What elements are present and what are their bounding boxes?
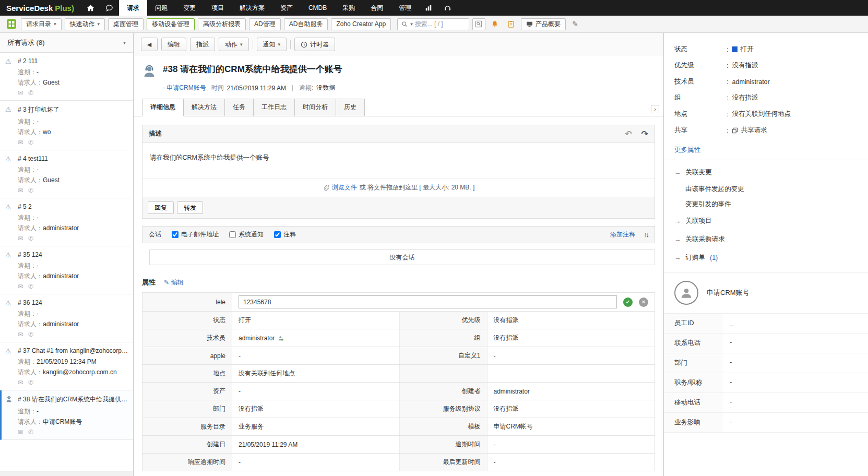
- requester-name[interactable]: 申请CRM账号: [707, 288, 750, 298]
- request-catalog-dropdown[interactable]: 请求目录 ▾: [21, 18, 62, 30]
- mail-icon[interactable]: ✉: [18, 139, 23, 146]
- request-list-item[interactable]: ⚠ # 2 111 逾期：- 请求人：Guest ✉✆: [0, 53, 133, 101]
- tab-details[interactable]: 详细信息: [142, 99, 184, 116]
- email-checkbox-input[interactable]: [172, 231, 179, 238]
- timer-button[interactable]: 计时器: [294, 38, 335, 51]
- app-logo[interactable]: ServiceDesk Plus ): [0, 0, 81, 16]
- tab-scroll-right-icon[interactable]: ›: [651, 105, 659, 113]
- desktop-management-button[interactable]: 桌面管理: [108, 18, 144, 30]
- zoho-creator-button[interactable]: Zoho Creator App: [331, 18, 391, 30]
- request-filter-dropdown[interactable]: 所有请求 (8) ▾: [0, 33, 133, 53]
- notes-checkbox-input[interactable]: [274, 231, 281, 238]
- phone-icon[interactable]: ✆: [28, 139, 33, 146]
- ad-management-button[interactable]: AD管理: [249, 18, 281, 30]
- tab-tasks[interactable]: 任务: [224, 99, 254, 116]
- cancel-close-icon[interactable]: ✕: [639, 298, 648, 307]
- purchase-order-link[interactable]: → 订购单 (1): [674, 248, 858, 267]
- attachment-dropzone[interactable]: 浏览文件 或 将文件拖放到这里 [ 最大大小: 20 MB. ]: [142, 178, 655, 197]
- sort-icon[interactable]: ↑↓: [644, 231, 648, 239]
- notify-dropdown[interactable]: 通知 ▾: [257, 38, 287, 51]
- nav-tab-problems[interactable]: 问题: [147, 0, 175, 16]
- request-list-item[interactable]: ⚠ # 5 2 逾期：- 请求人：administrator ✉✆: [0, 198, 133, 246]
- lele-field-input[interactable]: [239, 295, 617, 308]
- nav-tab-purchase[interactable]: 采购: [335, 0, 363, 16]
- tab-resolution[interactable]: 解决方法: [183, 99, 225, 116]
- add-note-link[interactable]: 添加注释: [610, 230, 635, 239]
- phone-icon[interactable]: ✆: [28, 429, 33, 436]
- assign-button[interactable]: 指派: [190, 38, 215, 51]
- phone-icon[interactable]: ✆: [28, 89, 33, 97]
- mail-icon[interactable]: ✉: [18, 89, 23, 97]
- template-link[interactable]: - 申请CRM账号: [163, 84, 206, 92]
- chat-icon[interactable]: [100, 0, 119, 16]
- reports-chart-icon[interactable]: [419, 0, 438, 16]
- technician-person-icon[interactable]: [278, 335, 284, 341]
- nav-tab-assets[interactable]: 资产: [272, 0, 301, 16]
- phone-icon[interactable]: ✆: [28, 187, 33, 194]
- forward-button[interactable]: 转发: [177, 201, 203, 214]
- reply-button[interactable]: 回复: [148, 201, 174, 214]
- request-list-item[interactable]: ⚠ # 3 打印机坏了 逾期：- 请求人：wo ✉✆: [0, 101, 133, 150]
- request-list-item-selected[interactable]: # 38 请在我们的CRM系统中给我提供一... 逾期：- 请求人：申请CRM账…: [0, 390, 133, 440]
- request-list-item[interactable]: ⚠ # 37 Chat #1 from kanglin@zohocorp.co.…: [0, 342, 133, 390]
- incident-caused-by-change-link[interactable]: 变更引发的事件: [674, 197, 858, 212]
- mail-icon[interactable]: ✉: [18, 379, 23, 386]
- phone-icon[interactable]: ✆: [28, 331, 33, 338]
- associate-project-link[interactable]: → 关联项目: [674, 212, 858, 230]
- browse-files-link[interactable]: 浏览文件: [332, 183, 357, 192]
- mail-icon[interactable]: ✉: [18, 429, 23, 436]
- tasks-clipboard-icon[interactable]: [505, 18, 518, 30]
- edit-properties-link[interactable]: ✎ 编辑: [164, 278, 184, 287]
- phone-icon[interactable]: ✆: [28, 235, 33, 242]
- tab-history[interactable]: 历史: [336, 99, 365, 116]
- change-initiated-by-incident-link[interactable]: 由该事件发起的变更: [674, 182, 858, 197]
- filter-system-checkbox[interactable]: 系统通知: [229, 230, 264, 239]
- nav-tab-cmdb[interactable]: CMDB: [301, 0, 335, 16]
- request-list-item[interactable]: ⚠ # 36 124 逾期：- 请求人：administrator ✉✆: [0, 294, 133, 342]
- filter-notes-checkbox[interactable]: 注释: [274, 230, 296, 239]
- confirm-check-icon[interactable]: ✔: [623, 298, 633, 307]
- mobile-device-management-button[interactable]: 移动设备管理: [147, 18, 195, 30]
- request-list-item[interactable]: ⚠ # 35 124 逾期：- 请求人：administrator ✉✆: [0, 246, 133, 294]
- phone-icon[interactable]: ✆: [28, 379, 33, 386]
- apps-grid-icon[interactable]: [5, 18, 18, 30]
- nav-tab-requests[interactable]: 请求: [119, 0, 147, 16]
- announcement-bell-icon[interactable]: [489, 18, 502, 30]
- advanced-search-icon[interactable]: [472, 18, 485, 30]
- nav-tab-changes[interactable]: 变更: [175, 0, 204, 16]
- associate-change-link[interactable]: → 关联变更: [674, 163, 858, 182]
- tab-time-analysis[interactable]: 时间分析: [294, 99, 336, 116]
- search-icon[interactable]: [401, 21, 408, 28]
- mail-icon[interactable]: ✉: [18, 283, 23, 290]
- ad-selfservice-button[interactable]: AD自助服务: [284, 18, 328, 30]
- filter-email-checkbox[interactable]: 电子邮件地址: [172, 230, 219, 239]
- mail-icon[interactable]: ✉: [18, 187, 23, 194]
- nav-tab-projects[interactable]: 项目: [204, 0, 232, 16]
- support-headset-icon[interactable]: [438, 0, 457, 16]
- quick-actions-dropdown[interactable]: 快速动作 ▾: [65, 18, 105, 30]
- more-properties-link[interactable]: 更多属性: [664, 141, 868, 160]
- actions-dropdown[interactable]: 动作 ▾: [219, 38, 249, 51]
- nav-tab-admin[interactable]: 管理: [391, 0, 419, 16]
- reply-icon[interactable]: ↶: [625, 130, 632, 138]
- product-overview-button[interactable]: 产品概要: [521, 18, 566, 30]
- system-checkbox-input[interactable]: [229, 231, 236, 238]
- nav-tab-contracts[interactable]: 合同: [363, 0, 391, 16]
- summary-value[interactable]: 共享请求: [741, 126, 767, 135]
- associate-purchase-request-link[interactable]: → 关联采购请求: [674, 230, 858, 248]
- tab-worklog[interactable]: 工作日志: [253, 99, 295, 116]
- customize-pencil-icon[interactable]: ✎: [569, 18, 582, 30]
- horizontal-scrollbar[interactable]: [0, 471, 133, 476]
- forward-icon[interactable]: ↷: [641, 130, 648, 138]
- search-input[interactable]: [415, 20, 465, 28]
- mail-icon[interactable]: ✉: [18, 235, 23, 242]
- mail-icon[interactable]: ✉: [18, 331, 23, 338]
- advanced-analytics-button[interactable]: 高级分析报表: [198, 18, 246, 30]
- home-icon[interactable]: [81, 0, 100, 16]
- request-list-item[interactable]: ⚠ # 4 test111 逾期：- 请求人：Guest ✉✆: [0, 150, 133, 198]
- search-scope-caret-icon[interactable]: ▾: [410, 22, 413, 27]
- back-button[interactable]: ◀: [141, 38, 158, 51]
- phone-icon[interactable]: ✆: [28, 283, 33, 290]
- nav-tab-solutions[interactable]: 解决方案: [232, 0, 272, 16]
- edit-button[interactable]: 编辑: [161, 38, 186, 51]
